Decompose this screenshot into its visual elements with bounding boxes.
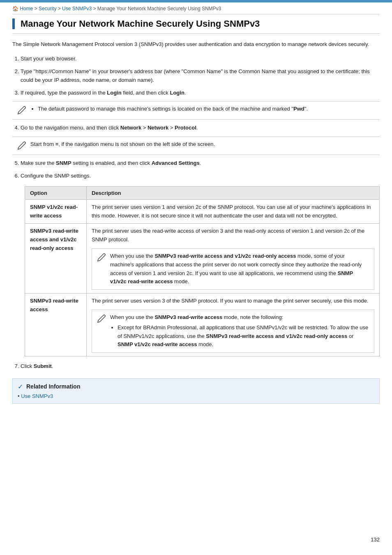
description-snmpv3-readwrite-v1v2c: The print server uses the read-write acc… xyxy=(87,224,380,294)
related-info-link[interactable]: • Use SNMPv3 xyxy=(18,393,373,399)
page-number: 132 xyxy=(371,536,380,543)
intro-text: The Simple Network Management Protocol v… xyxy=(12,40,380,49)
step-5: Make sure the SNMP setting is enabled, a… xyxy=(21,159,380,168)
related-info-header: ✓ Related Information xyxy=(18,383,373,391)
title-accent xyxy=(12,18,15,29)
step-7: Click Submit. xyxy=(21,362,380,371)
checkmark-icon: ✓ xyxy=(18,383,23,391)
table-row-snmpv1v2c: SNMP v1/v2c read-write access The print … xyxy=(25,199,380,224)
step-4: Go to the navigation menu, and then clic… xyxy=(21,124,380,132)
pencil-icon-3 xyxy=(97,253,106,265)
page-title-block: Manage Your Network Machine Securely Usi… xyxy=(12,14,380,34)
description-snmpv1v2c: The print server uses version 1 and vers… xyxy=(87,199,380,224)
table-header-description: Description xyxy=(87,186,380,199)
note-box-1: The default password to manage this mach… xyxy=(12,101,380,120)
breadcrumb-security[interactable]: Security xyxy=(39,6,56,12)
breadcrumb-home[interactable]: Home xyxy=(20,6,33,12)
step-1: Start your web browser. xyxy=(21,55,380,63)
breadcrumb-current: Manage Your Network Machine Securely Usi… xyxy=(97,6,221,12)
pencil-icon-1 xyxy=(17,106,26,116)
inner-note-snmpv3-readwrite: When you use the SNMPv3 read-write acces… xyxy=(92,248,374,290)
use-snmpv3-link[interactable]: Use SNMPv3 xyxy=(21,393,53,399)
table-header-option: Option xyxy=(25,186,87,199)
step-2: Type "https://Common Name" in your brows… xyxy=(21,67,380,85)
note-box-2: Start from ≡, if the navigation menu is … xyxy=(12,136,380,155)
pencil-icon-2 xyxy=(17,141,26,151)
home-icon: 🏠 xyxy=(12,6,18,12)
pencil-icon-4 xyxy=(97,314,106,326)
table-row-snmpv3-readwrite: SNMPv3 read-write access The print serve… xyxy=(25,294,380,356)
option-snmpv1v2c: SNMP v1/v2c read-write access xyxy=(25,199,87,224)
breadcrumb: 🏠 Home > Security > Use SNMPv3 > Manage … xyxy=(0,2,392,14)
page-title: Manage Your Network Machine Securely Usi… xyxy=(21,18,260,29)
inner-note-text-1: When you use the SNMPv3 read-write acces… xyxy=(110,252,369,286)
breadcrumb-use-snmpv3[interactable]: Use SNMPv3 xyxy=(62,6,92,12)
option-snmpv3-readwrite: SNMPv3 read-write access xyxy=(25,294,87,356)
step-6: Configure the SNMP settings. xyxy=(21,172,380,180)
note-content-1: The default password to manage this mach… xyxy=(30,105,308,114)
inner-note-text-2: When you use the SNMPv3 read-write acces… xyxy=(110,313,369,349)
table-row-snmpv3-readwrite-v1v2c: SNMPv3 read-write access and v1/v2c read… xyxy=(25,224,380,294)
step-3: If required, type the password in the Lo… xyxy=(21,89,380,97)
description-snmpv3-readwrite: The print server uses version 3 of the S… xyxy=(87,294,380,356)
related-info-title: Related Information xyxy=(26,383,80,390)
related-info-box: ✓ Related Information • Use SNMPv3 xyxy=(12,378,380,404)
option-snmpv3-readwrite-v1v2c: SNMPv3 read-write access and v1/v2c read… xyxy=(25,224,87,294)
inner-note-snmpv3: When you use the SNMPv3 read-write acces… xyxy=(92,310,374,353)
note-content-2: Start from ≡, if the navigation menu is … xyxy=(30,140,215,149)
snmp-options-table: Option Description SNMP v1/v2c read-writ… xyxy=(25,186,380,356)
